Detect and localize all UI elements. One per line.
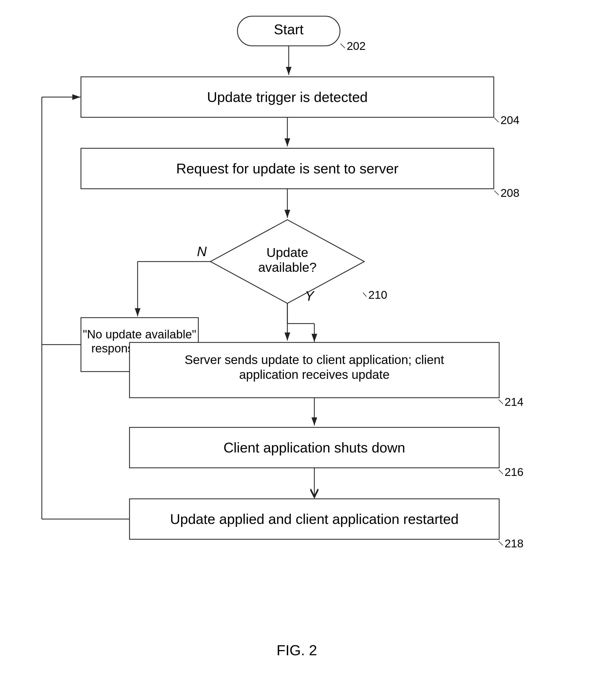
label-n: N [200, 245, 209, 259]
ref-210: 210 [367, 288, 386, 300]
svg-line-1 [343, 43, 347, 47]
svg-line-3 [494, 117, 498, 121]
step-204-label: Update trigger is detected [207, 89, 368, 105]
svg-line-15 [494, 396, 498, 401]
ref-202: 202 [348, 40, 367, 52]
label-y: Y [313, 285, 323, 299]
svg-line-7 [361, 291, 366, 295]
step-214-label-1: Server sends update to client applicatio… [182, 352, 441, 366]
ref-216: 216 [501, 466, 520, 478]
ref-214: 214 [501, 394, 520, 407]
decision-210-label-2: available? [258, 259, 316, 274]
figure-label: FIG. 2 [264, 642, 303, 658]
flowchart-diagram: Start 202 Update trigger is detected 204… [0, 0, 616, 683]
svg-line-5 [494, 189, 498, 193]
step-216-label: Client application shuts down [221, 440, 402, 455]
start-label: Start [274, 22, 304, 37]
decision-210-label-1: Update [267, 245, 308, 259]
ref-204: 204 [501, 115, 520, 128]
ref-208: 208 [501, 187, 520, 199]
step-212-label-1: "No update available" [82, 326, 196, 339]
svg-line-17 [494, 468, 498, 472]
svg-line-19 [494, 539, 498, 543]
step-208-label: Request for update is sent to server [176, 161, 398, 176]
step-214-label-2: application receives update [236, 367, 387, 381]
ref-218: 218 [501, 537, 520, 550]
step-218-label: Update applied and client application re… [167, 511, 456, 527]
